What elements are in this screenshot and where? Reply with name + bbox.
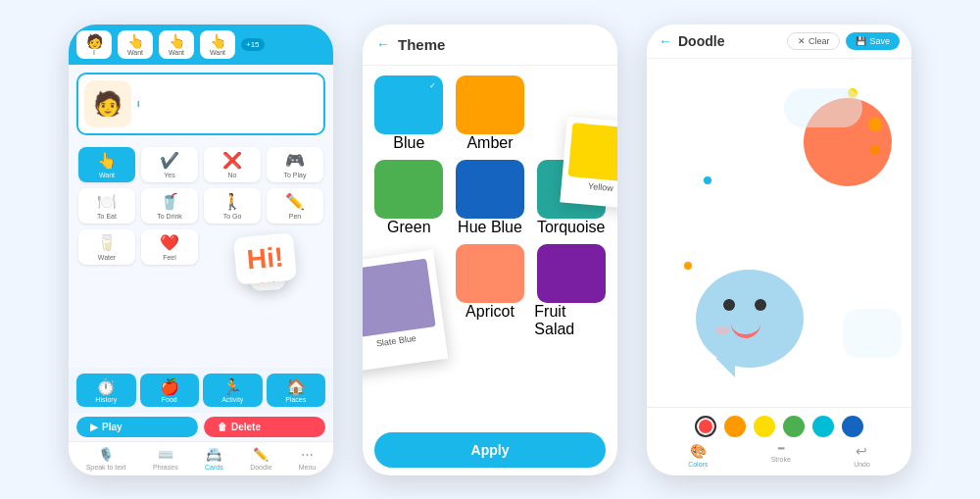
color-fruitsalad-label: Fruit Salad [534, 303, 608, 338]
color-green[interactable] [374, 160, 443, 219]
doodle-title: Doodle [678, 33, 724, 49]
theme-header: ← Theme [363, 25, 617, 66]
nav-speak-to-text[interactable]: 🎙️ Speak to text [86, 447, 126, 471]
doodle-back-arrow[interactable]: ← [659, 33, 672, 49]
category-history[interactable]: ⏱️ History [76, 374, 136, 407]
theme-title: Theme [398, 36, 445, 53]
face-mouth [731, 324, 760, 338]
bubble-tail [715, 358, 735, 377]
color-amber[interactable] [456, 75, 524, 134]
palette-color-orange[interactable] [724, 416, 746, 437]
yellow-label: Yellow [567, 178, 617, 194]
word-card-i[interactable]: 🧑 I [76, 30, 112, 59]
palette-color-cyan[interactable] [812, 416, 834, 437]
dot-orange-large [868, 118, 882, 131]
aac-body: 🧑 I 👆 Want ✔️ Yes ❌ No 🎮 To Play 🍽️ [69, 65, 333, 475]
palette-color-red[interactable] [695, 416, 716, 437]
category-places[interactable]: 🏠 Places [267, 374, 326, 407]
symbol-card-todrink[interactable]: 🥤 To Drink [141, 188, 198, 224]
symbol-card-want[interactable]: 👆 Want [78, 147, 135, 182]
tool-undo[interactable]: ↩ Undo [854, 443, 870, 468]
doodle-title-group: ← Doodle [659, 33, 724, 49]
selected-label: I [137, 99, 140, 109]
category-food[interactable]: 🍎 Food [140, 374, 200, 407]
save-button[interactable]: 💾 Save [846, 32, 900, 50]
more-button[interactable]: +15 [241, 38, 265, 51]
yellow-card[interactable]: Yellow [560, 116, 617, 209]
color-palette [657, 416, 902, 437]
back-arrow-icon[interactable]: ← [376, 36, 390, 52]
clear-button[interactable]: ✕ Clear [787, 32, 841, 50]
tool-stroke[interactable]: ━ Stroke [771, 443, 791, 468]
doodle-bottom: 🎨 Colors ━ Stroke ↩ Undo [647, 407, 911, 475]
color-hueblue-label: Hue Blue [458, 219, 522, 236]
word-card-want-2[interactable]: 👆 Want [159, 30, 194, 59]
phone-aac: 🧑 I 👆 Want 👆 Want 👆 Want +15 🧑 I 👆 Want [69, 25, 333, 475]
palette-color-green[interactable] [783, 416, 805, 437]
doodle-actions: ✕ Clear 💾 Save [787, 32, 900, 50]
color-hueblue[interactable] [456, 160, 524, 219]
chat-bubble [696, 270, 823, 377]
doodle-canvas[interactable] [647, 59, 911, 407]
nav-menu[interactable]: ⋯ Menu [299, 447, 317, 471]
nav-doodle[interactable]: ✏️ Doodle [250, 447, 271, 471]
word-card-want-3[interactable]: 👆 Want [200, 30, 235, 59]
symbol-card-yes[interactable]: ✔️ Yes [141, 147, 198, 182]
color-green-label: Green [387, 219, 430, 236]
bubble-circle [696, 270, 804, 368]
nav-cards[interactable]: 📇 Cards [205, 447, 223, 471]
symbol-card-toplay[interactable]: 🎮 To Play [267, 147, 323, 182]
face-cheek [715, 326, 729, 334]
dot-amber [684, 262, 692, 270]
polaroid-color-swatch [363, 258, 436, 337]
symbol-card-pen[interactable]: ✏️ Pen [267, 188, 323, 224]
play-button[interactable]: ▶ Play [76, 417, 198, 437]
palette-color-yellow[interactable] [754, 416, 775, 437]
color-apricot-label: Apricot [466, 303, 514, 321]
selected-check: ✓ [425, 79, 439, 93]
category-bar: ⏱️ History 🍎 Food 🏃 Activity 🏠 Places [69, 368, 333, 413]
color-blue[interactable]: ✓ [374, 75, 443, 134]
phone-theme: ← Theme ✓ Blue Amber Green [363, 25, 617, 475]
dot-orange-small [870, 145, 880, 155]
dot-blue [704, 176, 711, 184]
action-bar: ▶ Play 🗑 Delete [69, 413, 333, 441]
hi-card-main: Hi! [233, 232, 297, 284]
symbol-card-togo[interactable]: 🚶 To Go [204, 188, 261, 224]
theme-body: ✓ Blue Amber Green Hue Blue [363, 66, 617, 424]
cloud-shape2 [843, 309, 902, 358]
nav-phrases[interactable]: ⌨️ Phrases [153, 447, 178, 471]
selected-avatar: 🧑 [84, 80, 131, 127]
symbol-card-no[interactable]: ❌ No [204, 147, 261, 182]
cloud-shape [784, 88, 862, 127]
selected-word-area: 🧑 I [76, 73, 325, 135]
word-card-want-1[interactable]: 👆 Want [118, 30, 153, 59]
color-apricot[interactable] [456, 244, 524, 303]
top-bar: 🧑 I 👆 Want 👆 Want 👆 Want +15 [69, 25, 333, 65]
face-eye-right [755, 299, 766, 311]
category-activity[interactable]: 🏃 Activity [203, 374, 263, 407]
doodle-tools: 🎨 Colors ━ Stroke ↩ Undo [657, 443, 902, 468]
color-torquoise-label: Torquoise [537, 219, 605, 236]
symbol-card-water[interactable]: 🥛 Water [78, 229, 135, 265]
face-eye-left [723, 299, 735, 311]
palette-color-blue[interactable] [842, 416, 863, 437]
color-fruitsalad[interactable] [537, 244, 606, 303]
color-blue-label: Blue [393, 134, 424, 152]
symbol-card-feel[interactable]: ❤️ Feel [141, 229, 198, 265]
polaroid-slateblue[interactable]: Slate Blue [363, 249, 448, 372]
phone-doodle: ← Doodle ✕ Clear 💾 Save [647, 25, 911, 475]
tool-colors[interactable]: 🎨 Colors [688, 443, 708, 468]
color-amber-label: Amber [466, 134, 513, 152]
delete-button[interactable]: 🗑 Delete [204, 417, 325, 437]
bottom-nav: 🎙️ Speak to text ⌨️ Phrases 📇 Cards ✏️ D… [69, 441, 333, 475]
doodle-header: ← Doodle ✕ Clear 💾 Save [647, 25, 911, 59]
yellow-color-swatch [568, 123, 617, 182]
apply-button[interactable]: Apply [374, 432, 606, 468]
symbol-card-toeat[interactable]: 🍽️ To Eat [78, 188, 135, 224]
